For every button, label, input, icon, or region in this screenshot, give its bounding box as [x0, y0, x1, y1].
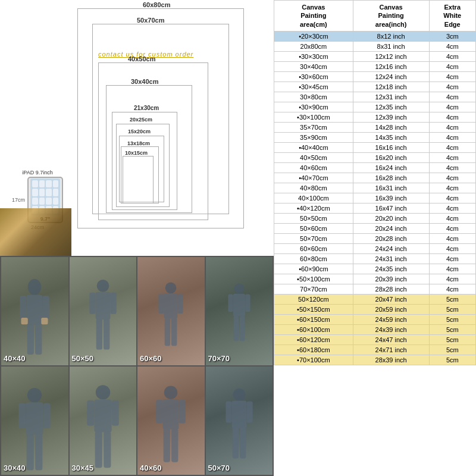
cell-size-inch: 16x24 inch: [353, 162, 429, 173]
table-row: •40×70cm16x28 inch4cm: [274, 173, 476, 183]
cell-size-inch: 16x31 inch: [353, 183, 429, 193]
label-30x40: 30x40cm: [131, 78, 159, 85]
cell-size-inch: 16x39 inch: [353, 193, 429, 203]
cell-size-inch: 24x35 inch: [353, 264, 429, 274]
cell-size-cm: 60×60cm: [274, 243, 353, 253]
cell-edge: 4cm: [429, 92, 475, 102]
table-row: •50×100cm20x39 inch4cm: [274, 274, 476, 284]
svg-rect-2: [20, 296, 27, 319]
svg-point-44: [233, 388, 245, 400]
svg-rect-3: [43, 296, 49, 319]
svg-rect-49: [240, 427, 246, 458]
table-row: •30×30cm12x12 inch4cm: [274, 51, 476, 61]
cell-size-cm: •20×30cm: [274, 31, 353, 41]
cell-size-inch: 28x39 inch: [353, 355, 429, 365]
cell-size-inch: 24x71 inch: [353, 345, 429, 355]
svg-rect-7: [42, 318, 48, 324]
svg-rect-10: [89, 293, 95, 314]
cell-edge: 4cm: [429, 274, 475, 284]
cell-size-inch: 24x47 inch: [353, 334, 429, 345]
cell-size-inch: 20x28 inch: [353, 233, 429, 243]
table-row: 60×80cm24x31 inch4cm: [274, 253, 476, 264]
thumb-60x60: 60×60: [137, 257, 205, 365]
cell-size-cm: •60×90cm: [274, 264, 353, 274]
cell-size-cm: 30×80cm: [274, 92, 353, 102]
person-silhouette-30x40: [11, 388, 58, 475]
cell-size-inch: 12x16 inch: [353, 61, 429, 71]
person-silhouette-30x45: [81, 383, 124, 475]
cell-size-cm: 40×80cm: [274, 183, 353, 193]
cell-edge: 4cm: [429, 243, 475, 253]
cell-edge: 4cm: [429, 233, 475, 243]
cell-size-cm: 50×60cm: [274, 223, 353, 233]
table-row: 50×70cm20x28 inch4cm: [274, 233, 476, 243]
table-row: 40×100cm16x39 inch4cm: [274, 193, 476, 203]
right-panel[interactable]: CanvasPaintingarea(cm) CanvasPaintingare…: [274, 0, 476, 476]
svg-rect-41: [179, 400, 186, 423]
cell-size-cm: •40×40cm: [274, 142, 353, 152]
cell-size-cm: 35×70cm: [274, 122, 353, 132]
cell-edge: 4cm: [429, 203, 475, 213]
table-row: •30×100cm12x39 inch4cm: [274, 112, 476, 122]
cell-size-cm: 50×70cm: [274, 233, 353, 243]
table-row: •30×60cm12x24 inch4cm: [274, 71, 476, 82]
cell-edge: 4cm: [429, 152, 475, 162]
svg-rect-39: [163, 399, 179, 430]
person-silhouette-40x40: [15, 273, 55, 365]
thumb-30x45: 30×45: [70, 367, 137, 475]
svg-rect-25: [240, 316, 245, 341]
thumb-label-50x70: 50×70: [208, 464, 230, 472]
thumbnail-grid: 40×40 50×50 60×60: [0, 256, 274, 476]
cell-edge: 4cm: [429, 82, 475, 92]
person-silhouette-40x60: [151, 377, 192, 475]
table-body: •20×30cm8x12 inch3cm20x80cm8x31 inch4cm•…: [274, 31, 476, 365]
thumb-label-40x60: 40×60: [140, 464, 162, 472]
cell-size-cm: 20x80cm: [274, 41, 353, 51]
thumb-40x40: 40×40: [1, 257, 68, 365]
cell-size-inch: 28x28 inch: [353, 284, 429, 294]
cell-size-inch: 14x35 inch: [353, 132, 429, 142]
svg-rect-1: [27, 295, 43, 325]
cell-size-inch: 12x12 inch: [353, 51, 429, 61]
svg-rect-40: [156, 400, 163, 423]
svg-rect-29: [43, 403, 51, 428]
cell-size-cm: •30×90cm: [274, 102, 353, 112]
cell-edge: 4cm: [429, 183, 475, 193]
cell-size-cm: 50×50cm: [274, 213, 353, 223]
label-20x25: 20x25cm: [130, 117, 152, 123]
cell-edge: 4cm: [429, 51, 475, 61]
label-21x30: 21x30cm: [134, 105, 159, 111]
cell-edge: 4cm: [429, 162, 475, 173]
cell-size-cm: 40×50cm: [274, 152, 353, 162]
table-row: •60×100cm24x39 inch5cm: [274, 324, 476, 334]
cell-size-inch: 12x39 inch: [353, 112, 429, 122]
svg-rect-36: [95, 432, 102, 468]
table-row: 50×120cm20x47 inch5cm: [274, 294, 476, 304]
svg-point-8: [96, 280, 109, 292]
cell-size-cm: •60×120cm: [274, 334, 353, 345]
cell-edge: 5cm: [429, 314, 475, 324]
svg-point-20: [234, 284, 244, 294]
cell-size-cm: •40×120cm: [274, 203, 353, 213]
table-row: •60×120cm24x47 inch5cm: [274, 334, 476, 345]
table-row: •40×40cm16x16 inch4cm: [274, 142, 476, 152]
table-row: 40×60cm16x24 inch4cm: [274, 162, 476, 173]
table-row: 70×70cm28x28 inch4cm: [274, 284, 476, 294]
cell-size-inch: 20x24 inch: [353, 223, 429, 233]
table-row: •20×30cm8x12 inch3cm: [274, 31, 476, 41]
cell-edge: 4cm: [429, 264, 475, 274]
thumb-label-30x40: 30×40: [4, 464, 26, 472]
svg-rect-47: [246, 401, 252, 422]
svg-point-38: [164, 386, 178, 400]
cell-size-cm: •50×150cm: [274, 304, 353, 314]
cell-size-cm: 40×100cm: [274, 193, 353, 203]
cell-size-inch: 20x20 inch: [353, 213, 429, 223]
svg-rect-4: [27, 325, 34, 355]
svg-rect-45: [231, 400, 246, 428]
cell-edge: 4cm: [429, 142, 475, 152]
cell-size-inch: 12x31 inch: [353, 92, 429, 102]
cell-size-cm: •60×180cm: [274, 345, 353, 355]
table-row: 35×70cm14x28 inch4cm: [274, 122, 476, 132]
svg-point-26: [27, 388, 42, 402]
table-row: •30×90cm12x35 inch4cm: [274, 102, 476, 112]
